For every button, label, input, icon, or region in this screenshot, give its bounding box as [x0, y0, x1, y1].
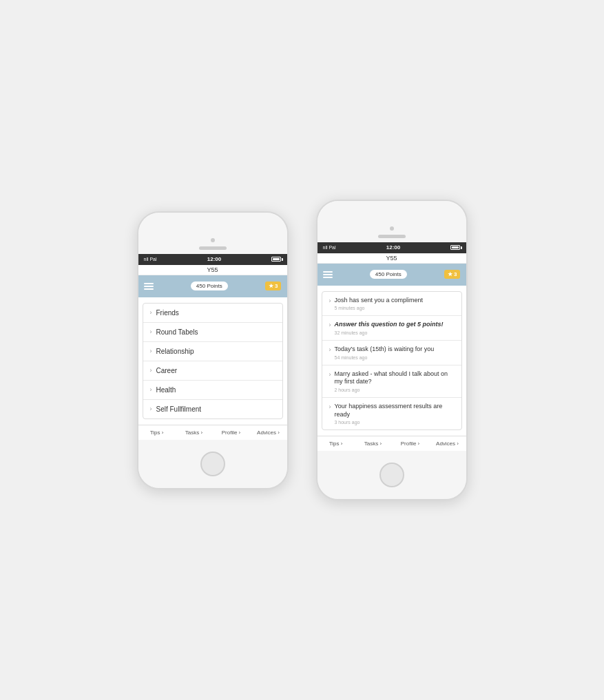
- camera-right: [390, 226, 394, 231]
- chevron-round-tabels: ›: [150, 328, 152, 335]
- notif-title-0: Josh has sent you a compliment: [335, 297, 455, 305]
- title-bar-left: Y55: [138, 265, 287, 275]
- notif-item-2[interactable]: › Today's task (15th) is waiting for you…: [322, 341, 461, 365]
- phone-top-right: [317, 201, 466, 242]
- notif-time-4: 3 hours ago: [335, 420, 455, 425]
- menu-item-friends[interactable]: › Friends: [143, 304, 282, 323]
- notif-content-2: Today's task (15th) is waiting for you 5…: [335, 346, 455, 360]
- menu-label-round-tabels: Round Tabels: [156, 328, 198, 336]
- notif-title-3: Marry asked - what should I talk about o…: [335, 370, 455, 386]
- notif-content-3: Marry asked - what should I talk about o…: [335, 370, 455, 392]
- notif-item-0[interactable]: › Josh has sent you a compliment 5 minut…: [322, 292, 461, 317]
- app-header-right: 450 Points ★ 3: [317, 264, 466, 286]
- notif-item-3[interactable]: › Marry asked - what should I talk about…: [322, 365, 461, 398]
- menu-label-self-fullfilment: Self Fullfilment: [156, 405, 202, 413]
- screen-left: nll Pal 12:00 Y55 450 Points ★ 3: [138, 254, 287, 440]
- status-bar-right: nll Pal 12:00: [317, 242, 466, 253]
- home-button-right[interactable]: [379, 463, 404, 487]
- notif-item-4[interactable]: › Your happiness assessment results are …: [322, 398, 461, 429]
- notif-content-4: Your happiness assessment results are re…: [335, 403, 455, 425]
- nav-advices-right[interactable]: Advices ›: [429, 436, 466, 451]
- carrier-right: nll Pal: [323, 245, 336, 250]
- notif-time-2: 54 minutes ago: [335, 355, 455, 360]
- bottom-nav-right: Tips › Tasks › Profile › Advices ›: [317, 436, 466, 451]
- scene: nll Pal 12:00 Y55 450 Points ★ 3: [110, 172, 495, 529]
- notif-content-0: Josh has sent you a compliment 5 minutes…: [335, 297, 455, 311]
- nav-tasks-left[interactable]: Tasks ›: [176, 425, 213, 440]
- nav-profile-left[interactable]: Profile ›: [213, 425, 250, 440]
- phone-top-left: [138, 213, 287, 254]
- nav-tips-left[interactable]: Tips ›: [138, 425, 176, 440]
- phone-left: nll Pal 12:00 Y55 450 Points ★ 3: [137, 211, 289, 489]
- notif-title-1: Answer this question to get 5 points!: [335, 321, 455, 329]
- menu-list-inner-left: › Friends › Round Tabels › Relationship …: [143, 303, 283, 419]
- status-bar-left: nll Pal 12:00: [138, 254, 287, 265]
- notif-list-inner-right: › Josh has sent you a compliment 5 minut…: [322, 291, 462, 431]
- chevron-career: ›: [150, 367, 152, 374]
- chevron-notif-4: ›: [329, 403, 331, 410]
- app-header-left: 450 Points ★ 3: [138, 275, 287, 297]
- time-right: 12:00: [386, 244, 400, 251]
- screen-right: nll Pal 12:00 Y55 450 Points ★ 3: [317, 242, 466, 452]
- points-badge-left: 450 Points: [191, 282, 228, 290]
- title-bar-right: Y55: [317, 253, 466, 264]
- menu-label-relationship: Relationship: [156, 348, 194, 355]
- nav-advices-left[interactable]: Advices ›: [250, 425, 287, 440]
- points-badge-right: 450 Points: [370, 270, 407, 279]
- menu-list-left: › Friends › Round Tabels › Relationship …: [138, 297, 287, 425]
- battery-left: [271, 257, 281, 262]
- chevron-notif-2: ›: [329, 346, 331, 353]
- phone-bottom-left: [138, 440, 287, 488]
- menu-item-relationship[interactable]: › Relationship: [143, 342, 282, 361]
- star-badge-right: ★ 3: [444, 270, 460, 279]
- menu-item-round-tabels[interactable]: › Round Tabels: [143, 323, 282, 342]
- notif-title-2: Today's task (15th) is waiting for you: [335, 346, 455, 354]
- notif-time-3: 2 hours ago: [335, 388, 455, 392]
- chevron-notif-0: ›: [329, 297, 331, 304]
- star-badge-left: ★ 3: [265, 282, 281, 290]
- nav-profile-right[interactable]: Profile ›: [392, 436, 429, 451]
- notif-list-right: › Josh has sent you a compliment 5 minut…: [317, 286, 466, 436]
- notif-title-4: Your happiness assessment results are re…: [335, 403, 455, 418]
- speaker-right: [378, 235, 406, 238]
- menu-label-friends: Friends: [156, 309, 179, 317]
- nav-tips-right[interactable]: Tips ›: [317, 436, 355, 451]
- menu-item-career[interactable]: › Career: [143, 361, 282, 381]
- chevron-notif-3: ›: [329, 371, 331, 378]
- chevron-friends: ›: [150, 309, 152, 316]
- notif-item-1[interactable]: › Answer this question to get 5 points! …: [322, 316, 461, 341]
- battery-right: [450, 245, 460, 250]
- bottom-nav-left: Tips › Tasks › Profile › Advices ›: [138, 425, 287, 440]
- menu-item-self-fullfilment[interactable]: › Self Fullfilment: [143, 400, 282, 418]
- phone-bottom-right: [317, 451, 466, 499]
- menu-label-career: Career: [156, 367, 178, 374]
- menu-label-health: Health: [156, 386, 176, 394]
- chevron-health: ›: [150, 386, 152, 393]
- hamburger-left[interactable]: [144, 283, 154, 290]
- home-button-left[interactable]: [200, 452, 225, 476]
- carrier-left: nll Pal: [144, 257, 157, 262]
- phone-right: nll Pal 12:00 Y55 450 Points ★ 3: [316, 200, 468, 501]
- time-left: 12:00: [207, 256, 221, 262]
- chevron-notif-1: ›: [329, 321, 331, 328]
- nav-tasks-right[interactable]: Tasks ›: [355, 436, 392, 451]
- camera-left: [211, 238, 215, 242]
- chevron-self-fullfilment: ›: [150, 405, 152, 412]
- notif-content-1: Answer this question to get 5 points! 32…: [335, 321, 455, 335]
- speaker-left: [199, 246, 227, 250]
- menu-item-health[interactable]: › Health: [143, 381, 282, 400]
- hamburger-right[interactable]: [323, 271, 333, 278]
- notif-time-0: 5 minutes ago: [335, 306, 455, 310]
- chevron-relationship: ›: [150, 348, 152, 354]
- notif-time-1: 32 minutes ago: [335, 330, 455, 335]
